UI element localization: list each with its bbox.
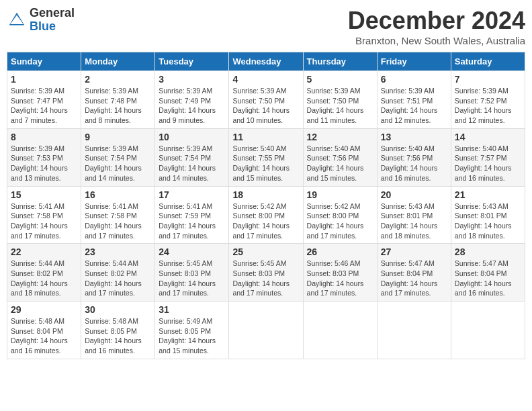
sunset: Sunset: 7:58 PM (85, 212, 137, 220)
daylight: Daylight: 14 hours and 17 minutes. (307, 222, 364, 240)
svg-marker-1 (10, 15, 24, 24)
day-info: Sunrise: 5:39 AM Sunset: 7:52 PM Dayligh… (455, 86, 521, 126)
calendar-day-cell: 20 Sunrise: 5:43 AM Sunset: 8:01 PM Dayl… (377, 186, 451, 244)
day-number: 25 (232, 246, 299, 257)
sunset: Sunset: 8:03 PM (307, 269, 359, 277)
sunrise: Sunrise: 5:43 AM (381, 202, 435, 210)
day-info: Sunrise: 5:41 AM Sunset: 7:58 PM Dayligh… (11, 201, 77, 241)
day-number: 16 (85, 189, 151, 200)
sunrise: Sunrise: 5:41 AM (11, 202, 64, 210)
sunset: Sunset: 8:05 PM (85, 327, 137, 335)
sunrise: Sunrise: 5:44 AM (11, 259, 64, 267)
daylight: Daylight: 14 hours and 17 minutes. (381, 279, 438, 298)
sunset: Sunset: 7:59 PM (159, 212, 211, 220)
day-header-monday: Monday (81, 52, 155, 71)
day-number: 4 (232, 74, 299, 85)
day-number: 31 (159, 304, 225, 315)
day-number: 24 (159, 246, 225, 257)
sunrise: Sunrise: 5:47 AM (381, 259, 435, 267)
sunrise: Sunrise: 5:41 AM (159, 202, 212, 210)
calendar-header-row: SundayMondayTuesdayWednesdayThursdayFrid… (7, 52, 525, 71)
sunset: Sunset: 7:49 PM (159, 97, 211, 105)
day-number: 19 (307, 189, 373, 200)
calendar-day-cell: 5 Sunrise: 5:39 AM Sunset: 7:50 PM Dayli… (303, 71, 377, 129)
sunset: Sunset: 8:01 PM (455, 212, 507, 220)
daylight: Daylight: 14 hours and 8 minutes. (85, 106, 142, 124)
sunrise: Sunrise: 5:48 AM (85, 317, 138, 325)
subtitle: Branxton, New South Wales, Australia (348, 35, 525, 46)
day-number: 5 (307, 74, 373, 85)
day-number: 30 (85, 304, 151, 315)
day-info: Sunrise: 5:48 AM Sunset: 8:05 PM Dayligh… (85, 316, 151, 356)
day-number: 8 (11, 132, 77, 142)
day-info: Sunrise: 5:39 AM Sunset: 7:54 PM Dayligh… (159, 144, 225, 183)
day-info: Sunrise: 5:40 AM Sunset: 7:57 PM Dayligh… (455, 144, 521, 183)
day-number: 10 (159, 132, 225, 142)
calendar-day-cell: 11 Sunrise: 5:40 AM Sunset: 7:55 PM Dayl… (229, 128, 303, 186)
daylight: Daylight: 14 hours and 9 minutes. (159, 106, 216, 124)
logo-icon (7, 10, 27, 30)
sunset: Sunset: 7:54 PM (159, 154, 211, 162)
day-info: Sunrise: 5:39 AM Sunset: 7:47 PM Dayligh… (11, 86, 77, 126)
sunset: Sunset: 8:00 PM (307, 212, 359, 220)
day-info: Sunrise: 5:43 AM Sunset: 8:01 PM Dayligh… (381, 201, 447, 241)
calendar-day-cell: 15 Sunrise: 5:41 AM Sunset: 7:58 PM Dayl… (7, 186, 81, 244)
day-number: 22 (11, 246, 77, 257)
day-info: Sunrise: 5:41 AM Sunset: 7:58 PM Dayligh… (85, 201, 151, 241)
day-info: Sunrise: 5:45 AM Sunset: 8:03 PM Dayligh… (232, 259, 299, 298)
sunset: Sunset: 7:54 PM (85, 154, 137, 162)
calendar-day-cell: 1 Sunrise: 5:39 AM Sunset: 7:47 PM Dayli… (7, 71, 81, 129)
daylight: Daylight: 14 hours and 17 minutes. (85, 279, 142, 298)
day-number: 7 (455, 74, 521, 85)
sunrise: Sunrise: 5:39 AM (307, 87, 361, 95)
day-number: 15 (11, 189, 77, 200)
day-info: Sunrise: 5:43 AM Sunset: 8:01 PM Dayligh… (455, 201, 521, 241)
calendar-day-cell: 10 Sunrise: 5:39 AM Sunset: 7:54 PM Dayl… (155, 128, 229, 186)
day-number: 11 (232, 132, 299, 142)
daylight: Daylight: 14 hours and 16 minutes. (11, 336, 68, 355)
day-number: 6 (381, 74, 447, 85)
sunset: Sunset: 8:03 PM (232, 269, 285, 277)
logo-general: General (30, 7, 75, 20)
daylight: Daylight: 14 hours and 17 minutes. (159, 279, 216, 298)
calendar-day-cell: 2 Sunrise: 5:39 AM Sunset: 7:48 PM Dayli… (81, 71, 155, 129)
day-header-wednesday: Wednesday (229, 52, 303, 71)
daylight: Daylight: 14 hours and 14 minutes. (159, 164, 216, 182)
sunset: Sunset: 8:02 PM (85, 269, 137, 277)
sunrise: Sunrise: 5:40 AM (381, 144, 435, 152)
sunset: Sunset: 7:47 PM (11, 97, 63, 105)
day-number: 2 (85, 74, 151, 85)
day-info: Sunrise: 5:49 AM Sunset: 8:05 PM Dayligh… (159, 316, 225, 356)
sunset: Sunset: 8:04 PM (11, 327, 63, 335)
daylight: Daylight: 14 hours and 17 minutes. (85, 222, 142, 240)
calendar-week-row: 29 Sunrise: 5:48 AM Sunset: 8:04 PM Dayl… (7, 302, 525, 359)
sunrise: Sunrise: 5:39 AM (232, 87, 286, 95)
day-header-tuesday: Tuesday (155, 52, 229, 71)
calendar-day-cell: 14 Sunrise: 5:40 AM Sunset: 7:57 PM Dayl… (451, 128, 525, 186)
day-info: Sunrise: 5:41 AM Sunset: 7:59 PM Dayligh… (159, 201, 225, 241)
day-info: Sunrise: 5:48 AM Sunset: 8:04 PM Dayligh… (11, 316, 77, 356)
title-block: December 2024 Branxton, New South Wales,… (348, 7, 525, 46)
day-header-thursday: Thursday (303, 52, 377, 71)
calendar-day-cell: 6 Sunrise: 5:39 AM Sunset: 7:51 PM Dayli… (377, 71, 451, 129)
daylight: Daylight: 14 hours and 15 minutes. (159, 336, 216, 355)
calendar-day-cell: 18 Sunrise: 5:42 AM Sunset: 8:00 PM Dayl… (229, 186, 303, 244)
calendar-day-cell: 31 Sunrise: 5:49 AM Sunset: 8:05 PM Dayl… (155, 302, 229, 359)
day-header-saturday: Saturday (451, 52, 525, 71)
calendar-week-row: 15 Sunrise: 5:41 AM Sunset: 7:58 PM Dayl… (7, 186, 525, 244)
daylight: Daylight: 14 hours and 10 minutes. (232, 106, 290, 124)
day-number: 14 (455, 132, 521, 142)
day-number: 12 (307, 132, 373, 142)
day-info: Sunrise: 5:45 AM Sunset: 8:03 PM Dayligh… (159, 259, 225, 298)
daylight: Daylight: 14 hours and 17 minutes. (232, 222, 290, 240)
day-info: Sunrise: 5:47 AM Sunset: 8:04 PM Dayligh… (455, 259, 521, 298)
sunset: Sunset: 8:01 PM (381, 212, 433, 220)
empty-cell (303, 302, 377, 359)
calendar-week-row: 1 Sunrise: 5:39 AM Sunset: 7:47 PM Dayli… (7, 71, 525, 129)
sunset: Sunset: 8:00 PM (232, 212, 285, 220)
sunrise: Sunrise: 5:39 AM (11, 144, 64, 152)
sunrise: Sunrise: 5:39 AM (159, 144, 212, 152)
day-info: Sunrise: 5:39 AM Sunset: 7:50 PM Dayligh… (232, 86, 299, 126)
calendar-day-cell: 12 Sunrise: 5:40 AM Sunset: 7:56 PM Dayl… (303, 128, 377, 186)
sunset: Sunset: 7:51 PM (381, 97, 433, 105)
